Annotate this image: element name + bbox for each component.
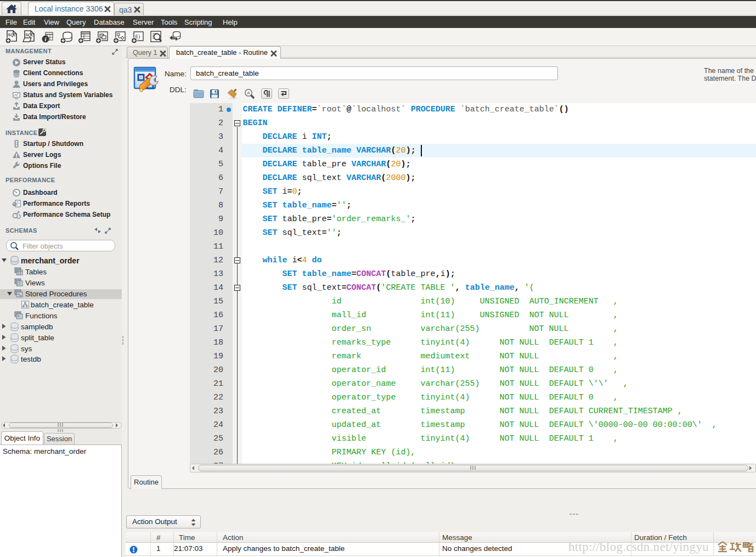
svg-text:SQL: SQL xyxy=(26,33,34,37)
svg-text:SQL: SQL xyxy=(8,33,16,37)
svg-text:A: A xyxy=(247,91,250,95)
